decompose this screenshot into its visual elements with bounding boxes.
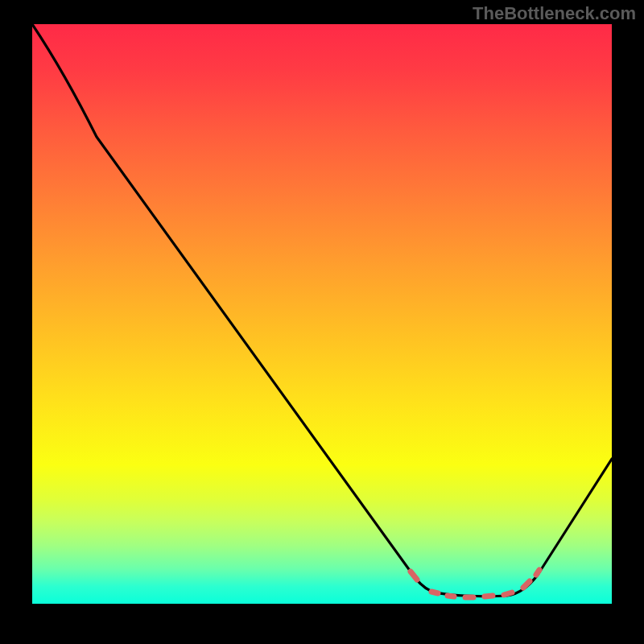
bottleneck-curve: [32, 24, 612, 597]
chart-container: TheBottleneck.com line: [0, 0, 644, 644]
curve-layer: [32, 24, 612, 604]
watermark-label: TheBottleneck.com: [473, 3, 636, 24]
optimal-region-markers: [411, 570, 539, 597]
plot-area: [32, 24, 612, 604]
